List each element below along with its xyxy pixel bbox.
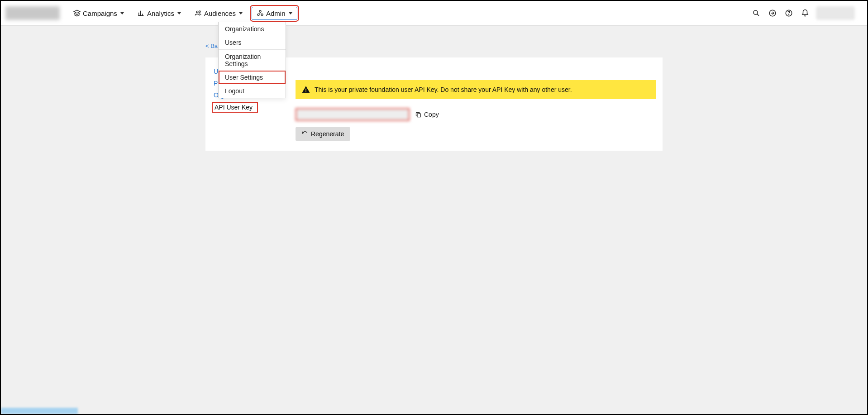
bell-icon[interactable]	[800, 8, 810, 18]
admin-menu-org-settings[interactable]: Organization Settings	[219, 50, 286, 71]
admin-dropdown: Organizations Users Organization Setting…	[218, 22, 286, 98]
admin-menu-users[interactable]: Users	[219, 36, 286, 49]
admin-menu-organizations[interactable]: Organizations	[219, 22, 286, 36]
nav-analytics-label: Analytics	[147, 10, 174, 17]
refresh-icon	[302, 131, 308, 137]
svg-point-6	[199, 11, 200, 12]
warning-banner: This is your private foundation user API…	[296, 80, 656, 99]
regenerate-label: Regenerate	[311, 130, 344, 138]
nav-campaigns-label: Campaigns	[83, 10, 117, 17]
svg-line-11	[757, 14, 759, 16]
copy-icon	[415, 111, 422, 118]
chevron-down-icon	[239, 12, 243, 14]
svg-point-14	[788, 14, 789, 15]
top-nav-bar: Campaigns Analytics Audiences	[1, 1, 867, 26]
api-key-value	[296, 108, 410, 121]
nav-campaigns[interactable]: Campaigns	[69, 7, 129, 20]
regenerate-button[interactable]: Regenerate	[296, 127, 350, 141]
chevron-down-icon	[177, 12, 181, 14]
panel-title-area	[296, 64, 656, 76]
nav-items: Campaigns Analytics Audiences	[69, 7, 297, 20]
svg-point-7	[259, 10, 261, 12]
svg-point-5	[196, 11, 198, 13]
svg-rect-16	[305, 91, 306, 92]
copy-button[interactable]: Copy	[415, 111, 439, 118]
svg-marker-0	[74, 10, 80, 13]
tab-api-user-key[interactable]: API User Key	[212, 102, 258, 113]
svg-rect-15	[305, 89, 306, 91]
search-icon[interactable]	[751, 8, 761, 18]
page-body: < Back to Users User Details Password Or…	[1, 26, 867, 151]
admin-icon	[257, 10, 264, 17]
nav-audiences-label: Audiences	[204, 10, 236, 17]
layers-icon	[73, 10, 81, 17]
svg-rect-17	[417, 114, 421, 117]
nav-analytics[interactable]: Analytics	[133, 7, 186, 20]
org-switcher[interactable]	[816, 7, 854, 19]
api-key-row: Copy	[296, 108, 656, 121]
warning-icon	[302, 86, 310, 94]
copy-label: Copy	[424, 111, 439, 118]
admin-menu-user-settings[interactable]: User Settings	[219, 71, 286, 84]
users-icon	[195, 10, 202, 17]
bar-chart-icon	[138, 10, 145, 17]
panel-main: This is your private foundation user API…	[289, 57, 663, 151]
export-icon[interactable]	[768, 8, 777, 18]
nav-admin[interactable]: Admin	[252, 7, 297, 20]
nav-audiences[interactable]: Audiences	[190, 7, 247, 20]
help-icon[interactable]	[784, 8, 794, 18]
logo	[5, 6, 60, 20]
admin-menu-logout[interactable]: Logout	[219, 84, 286, 98]
chevron-down-icon	[289, 12, 292, 14]
warning-text: This is your private foundation user API…	[315, 86, 572, 93]
topbar-right	[751, 7, 854, 19]
svg-point-10	[754, 10, 758, 14]
chevron-down-icon	[120, 12, 124, 14]
nav-admin-label: Admin	[266, 10, 286, 17]
status-bar-url	[1, 408, 78, 414]
